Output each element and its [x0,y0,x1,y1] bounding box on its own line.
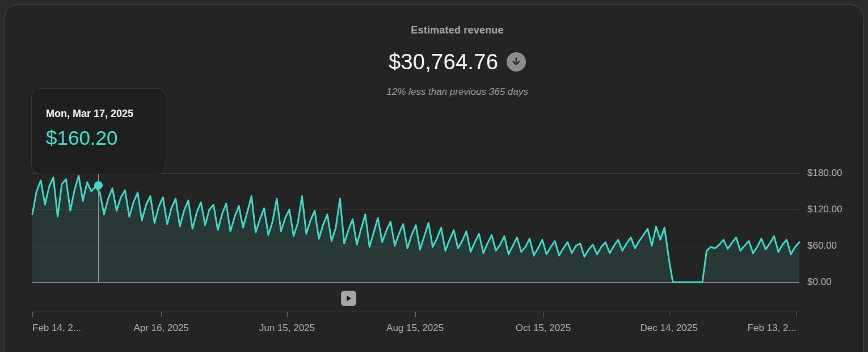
metric-value-row: $30,764.76 [41,48,868,76]
y-axis-label: $0.00 [807,276,832,288]
selected-point-dot [94,181,103,190]
x-axis-tick [669,312,669,317]
x-axis-label: Dec 14, 2025 [641,322,698,334]
x-axis-label: Jun 15, 2025 [259,322,315,334]
x-axis-label: Apr 16, 2025 [133,322,188,334]
y-axis-label: $60.00 [807,240,837,252]
x-axis-tick [32,312,33,317]
analytics-panel: Estimated revenue $30,764.76 12% less th… [0,0,868,352]
metric-value: $30,764.76 [389,50,498,74]
x-axis-tick [415,312,416,317]
play-icon [345,295,352,302]
download-icon[interactable] [507,52,526,72]
x-axis-tick [543,312,543,317]
chart-tooltip: Mon, Mar 17, 2025 $160.20 [31,88,166,174]
x-axis-line [32,312,799,312]
x-axis-label: Aug 15, 2025 [386,322,444,334]
x-axis-label: Feb 14, 2... [32,322,81,334]
revenue-line-chart [32,173,799,282]
video-publish-marker[interactable] [341,291,356,306]
revenue-chart-plot[interactable] [32,173,799,282]
x-axis-tick [287,312,288,317]
tooltip-value: $160.20 [46,127,151,149]
y-axis-label: $180.00 [807,167,842,179]
x-axis-label: Feb 13, 2... [748,322,797,334]
arrow-down-glyph [511,56,522,68]
y-axis-label: $120.00 [807,203,842,216]
metric-title: Estimated revenue [41,24,868,36]
revenue-card: Estimated revenue $30,764.76 12% less th… [5,5,863,352]
x-axis-tick [797,312,797,317]
x-axis-label: Oct 15, 2025 [516,322,571,334]
x-axis-tick [161,312,162,317]
tooltip-date: Mon, Mar 17, 2025 [46,108,151,120]
